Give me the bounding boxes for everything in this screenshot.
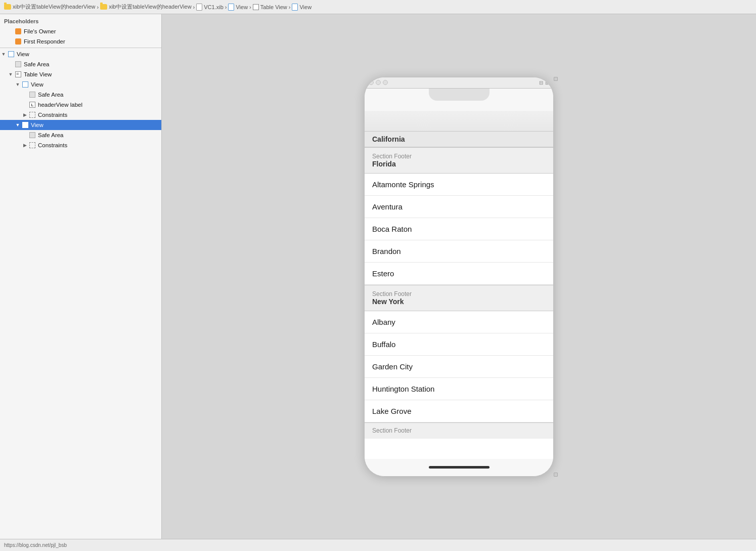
cell-label-garden: Garden City (372, 362, 413, 371)
table-cell-altamonte[interactable]: Altamonte Springs (365, 174, 553, 196)
outline-tree[interactable]: Placeholders File's Owner First Responde… (0, 14, 161, 539)
document-outline: Placeholders File's Owner First Responde… (0, 14, 162, 539)
table-view-icon (253, 4, 259, 10)
view-file-icon (228, 4, 234, 11)
table-cell-brandon[interactable]: Brandon (365, 240, 553, 263)
sim-dot-min[interactable] (376, 80, 381, 85)
file-icon (196, 4, 202, 11)
section-footer-ny-label: Section Footer (372, 290, 546, 298)
files-owner-label: File's Owner (24, 28, 56, 34)
florida-header-label: Florida (372, 160, 546, 168)
resize-handle-bottom-right[interactable] (554, 473, 558, 477)
tree-item-safe-area[interactable]: Safe Area (0, 59, 161, 69)
toggle-view-inner[interactable] (14, 79, 21, 90)
table-view-tree-icon (14, 70, 22, 78)
cell-label-lake-grove: Lake Grove (372, 407, 412, 415)
safe-area-icon (14, 60, 22, 68)
breadcrumb-sep-2: › (193, 4, 195, 10)
california-label: California (372, 135, 405, 143)
sim-btn-1[interactable]: ⊟ (539, 80, 543, 86)
view-icon (7, 50, 15, 58)
tree-item-view-inner[interactable]: View (0, 79, 161, 90)
tree-item-view-selected[interactable]: View (0, 120, 161, 130)
header-label-icon: L (28, 101, 36, 109)
tree-item-safe-area-selected[interactable]: Safe Area (0, 130, 161, 140)
table-cell-lake-grove[interactable]: Lake Grove (365, 400, 553, 422)
breadcrumb-item-2[interactable]: xib中设置tableView的headerView (100, 3, 191, 11)
toggle-table-view[interactable] (7, 69, 14, 79)
sim-btn-2[interactable]: ⊞ (545, 80, 549, 86)
table-content: California Section Footer Florida Altamo… (365, 131, 553, 459)
resize-handle-top-right[interactable] (554, 77, 558, 81)
breadcrumb-label-6: View (299, 4, 312, 10)
view-label: View (17, 51, 29, 57)
table-header-view (365, 111, 553, 131)
safe-area-label: Safe Area (24, 61, 50, 67)
phone-bottom (365, 459, 553, 476)
table-cell-garden[interactable]: Garden City (365, 356, 553, 378)
table-cell-boca[interactable]: Boca Raton (365, 218, 553, 240)
view-inner-label: View (31, 81, 43, 88)
breadcrumb-sep-1: › (97, 4, 99, 10)
phone-notch (429, 89, 490, 101)
home-indicator (429, 466, 490, 469)
breadcrumb-item-6[interactable]: View (292, 4, 312, 11)
toggle-empty-2 (7, 36, 14, 47)
safe-area-inner-label: Safe Area (38, 92, 64, 98)
breadcrumb-label-2: xib中设置tableView的headerView (109, 3, 191, 11)
toggle-safe-area (7, 59, 14, 69)
tree-item-safe-area-inner[interactable]: Safe Area (0, 90, 161, 100)
toggle-view-selected[interactable] (14, 120, 21, 130)
constraints-selected-icon (28, 141, 36, 149)
toggle-view[interactable] (0, 49, 7, 59)
tree-item-files-owner[interactable]: File's Owner (0, 26, 161, 36)
constraints-selected-label: Constraints (38, 142, 67, 148)
cell-label-boca: Boca Raton (372, 225, 412, 233)
breadcrumb-item-1[interactable]: xib中设置tableView的headerView (4, 3, 95, 11)
tree-item-view[interactable]: View (0, 49, 161, 59)
first-responder-label: First Responder (24, 38, 65, 45)
cell-label-altamonte: Altamonte Springs (372, 180, 434, 189)
safe-area-selected-label: Safe Area (38, 132, 64, 138)
toggle-constraints-selected[interactable] (21, 140, 28, 150)
tree-item-header-label[interactable]: L headerView label (0, 100, 161, 110)
table-cell-aventura[interactable]: Aventura (365, 196, 553, 218)
sim-dots (369, 80, 388, 85)
cell-label-aventura: Aventura (372, 202, 403, 211)
table-cell-huntington[interactable]: Huntington Station (365, 378, 553, 400)
new-york-header-label: New York (372, 298, 546, 306)
table-container: California Section Footer Florida Altamo… (365, 111, 553, 459)
folder-icon-2 (100, 4, 107, 10)
breadcrumb-item-3[interactable]: VC1.xib (196, 4, 224, 11)
cell-label-brandon: Brandon (372, 247, 401, 256)
section-footer-florida-label: Section Footer (372, 153, 546, 160)
source-bar: https://blog.csdn.net/pjl_bsb (0, 539, 756, 551)
safe-area-selected-icon (28, 131, 36, 139)
section-header-california: California (365, 131, 553, 147)
toggle-empty (7, 26, 14, 36)
breadcrumb-sep-3: › (225, 4, 227, 10)
constraints-inner-label: Constraints (38, 112, 67, 118)
table-cell-buffalo[interactable]: Buffalo (365, 333, 553, 356)
source-url: https://blog.csdn.net/pjl_bsb (4, 542, 67, 548)
section-footer-last-label: Section Footer (372, 427, 412, 434)
table-cell-estero[interactable]: Estero (365, 263, 553, 285)
tree-item-first-responder[interactable]: First Responder (0, 36, 161, 47)
breadcrumb-item-4[interactable]: View (228, 4, 248, 11)
toggle-constraints-inner[interactable] (21, 110, 28, 120)
placeholders-header: Placeholders (0, 16, 161, 26)
tree-item-constraints-selected[interactable]: Constraints (0, 140, 161, 150)
table-cell-albany[interactable]: Albany (365, 311, 553, 333)
toggle-header-label (21, 100, 28, 110)
table-view-label: Table View (24, 71, 52, 77)
tree-item-table-view[interactable]: Table View (0, 69, 161, 79)
tree-item-constraints-inner[interactable]: Constraints (0, 110, 161, 120)
sim-dot-max[interactable] (383, 80, 388, 85)
breadcrumb-label-4: View (236, 4, 248, 10)
sim-dot-close[interactable] (369, 80, 374, 85)
files-owner-icon (14, 27, 22, 35)
folder-icon (4, 4, 11, 10)
sim-topbar: ⊟ ⊞ (365, 77, 553, 89)
breadcrumb-item-5[interactable]: Table View (253, 4, 287, 10)
first-responder-icon (14, 37, 22, 46)
